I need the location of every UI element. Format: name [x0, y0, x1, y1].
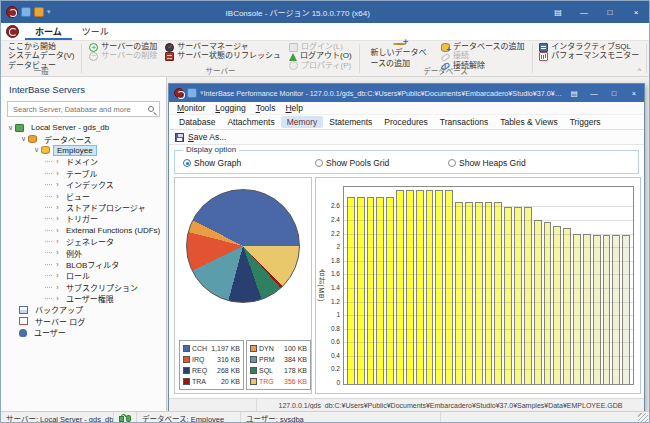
save-as-button[interactable]: Save As...	[188, 132, 226, 142]
legend-label: REQ	[192, 367, 207, 374]
menu-logging[interactable]: Logging	[210, 103, 250, 113]
y-axis-tick-label: 0.8	[318, 325, 340, 332]
legend-label: IRQ	[192, 356, 204, 363]
perfmon-close-button[interactable]: ×	[624, 84, 644, 102]
menu-tools[interactable]: Tools	[251, 103, 281, 113]
perfmon-tab-procedures[interactable]: Procedures	[378, 116, 433, 128]
perfmon-qa-icon[interactable]	[187, 88, 197, 98]
bar	[573, 234, 581, 384]
performance-monitor-button[interactable]: パフォーマンスモニター	[539, 52, 639, 60]
radio-show-graph[interactable]: Show Graph	[183, 158, 241, 168]
minimize-button[interactable]: —	[571, 1, 597, 23]
tree-item-label: データベース	[40, 133, 96, 146]
chevron-right-icon[interactable]: ›	[53, 170, 62, 177]
tree-item[interactable]: サーバー ログ	[1, 316, 166, 327]
chevron-right-icon[interactable]: ›	[53, 261, 62, 268]
main-area: InterBase Servers ∨Local Server - gds_db…	[1, 77, 649, 411]
chevron-down-icon[interactable]: ∨	[32, 146, 41, 154]
quick-access-icon-1[interactable]	[21, 7, 31, 17]
maximize-button[interactable]: □	[597, 1, 623, 23]
tree-connector	[45, 252, 52, 253]
chevron-right-icon[interactable]: ›	[53, 215, 62, 222]
quick-access-icon-2[interactable]	[34, 7, 44, 17]
legend-row-req: REQ268 KB	[183, 365, 240, 376]
radio-show-heaps-grid[interactable]: Show Heaps Grid	[448, 158, 526, 168]
quick-access-toolbar: ▾	[1, 6, 51, 18]
radio-icon[interactable]	[448, 159, 456, 167]
app-logo-icon	[6, 6, 18, 18]
chevron-right-icon[interactable]: ›	[53, 238, 62, 245]
app-menu-button[interactable]	[6, 25, 19, 38]
chevron-right-icon[interactable]: ›	[53, 193, 62, 200]
unlocked-icon	[119, 416, 124, 422]
y-axis-tick-label: 1.2	[318, 298, 340, 305]
chevron-right-icon[interactable]: ›	[53, 181, 62, 188]
perfmon-tab-memory[interactable]: Memory	[281, 116, 324, 128]
chevron-right-icon[interactable]: ›	[53, 249, 62, 256]
search-box[interactable]	[7, 101, 160, 117]
perfmon-tab-triggers[interactable]: Triggers	[564, 116, 607, 128]
radio-icon[interactable]	[315, 159, 323, 167]
logout-button[interactable]: ログアウト(O)	[289, 52, 352, 60]
y-axis-tick-label: 1	[318, 311, 340, 318]
chevron-right-icon[interactable]: ›	[53, 204, 62, 211]
tree-item-label: Employee	[53, 145, 97, 156]
y-axis-tick-label: 2	[318, 243, 340, 250]
menu-monitor[interactable]: Monitor	[172, 103, 210, 113]
y-axis-tick-label: 2.4	[318, 216, 340, 223]
tab-home[interactable]: ホーム	[25, 23, 72, 40]
legend-value: 178 KB	[284, 367, 307, 374]
tree-item[interactable]: ユーザー	[1, 327, 166, 338]
perfmon-tab-statements[interactable]: Statements	[323, 116, 378, 128]
system-data-button[interactable]: システムデータ(V)	[8, 52, 74, 60]
tree-item[interactable]: ›トリガー	[1, 213, 166, 224]
gridline	[344, 261, 633, 262]
radio-show-pools-grid[interactable]: Show Pools Grid	[315, 158, 389, 168]
server-icon	[15, 124, 24, 132]
legend-color-chip	[250, 345, 257, 352]
chevron-right-icon[interactable]: ›	[53, 284, 62, 291]
tree-item-label: トリガー	[62, 212, 102, 225]
chevron-right-icon[interactable]: ›	[53, 272, 62, 279]
gridline	[344, 288, 633, 289]
y-axis-tick-label: 1.6	[318, 270, 340, 277]
perfmon-tab-database[interactable]: Database	[173, 116, 221, 128]
chevron-right-icon[interactable]: ›	[53, 158, 62, 165]
ribbon-collapse-icon[interactable]: ^	[638, 67, 641, 74]
chevron-right-icon[interactable]: ›	[53, 295, 62, 302]
legend-value: 316 KB	[217, 356, 240, 363]
perfmon-ribbon-options-button[interactable]: ▤	[564, 84, 584, 102]
perfmon-minimize-button[interactable]: —	[584, 84, 604, 102]
chevron-down-icon[interactable]: ∨	[6, 124, 15, 132]
perfmon-title: InterBase Performance Monitor - 127.0.0.…	[204, 89, 564, 98]
tree-item-label: Local Server - gds_db	[27, 122, 113, 133]
logout-icon	[289, 53, 297, 61]
close-button[interactable]: ×	[623, 1, 649, 23]
legend-row-irq: IRQ316 KB	[183, 354, 240, 365]
tree-connector	[45, 275, 52, 276]
search-input[interactable]	[13, 105, 148, 114]
menu-help[interactable]: Help	[280, 103, 307, 113]
bar-chart-plot	[343, 186, 634, 385]
perfmon-tab-attachments[interactable]: Attachments	[221, 116, 280, 128]
refresh-server-state-button[interactable]: サーバー状態のリフレッシュ	[165, 52, 281, 60]
add-new-database-button[interactable]: 新しいデータベースの追加	[366, 43, 432, 66]
chevron-down-icon[interactable]: ∨	[19, 135, 28, 143]
tree-item[interactable]: ∨データベース	[1, 133, 166, 144]
tree-connector	[45, 298, 52, 299]
backup-icon	[19, 306, 28, 314]
tree-connector	[45, 184, 52, 185]
perfmon-maximize-button[interactable]: □	[604, 84, 624, 102]
memory-bar-panel: 合計(MB) 00.20.40.60.811.21.41.61.822.22.4…	[315, 177, 641, 394]
gridline	[344, 342, 633, 343]
resize-grip[interactable]	[638, 413, 648, 423]
perfmon-tab-transactions[interactable]: Transactions	[434, 116, 494, 128]
search-icon[interactable]	[148, 106, 154, 112]
memory-pie-chart	[186, 189, 300, 303]
tab-tools[interactable]: ツール	[72, 23, 119, 40]
chevron-right-icon[interactable]: ›	[53, 227, 62, 234]
radio-selected-icon[interactable]	[183, 159, 191, 167]
perfmon-tab-tables-views[interactable]: Tables & Views	[494, 116, 563, 128]
interactive-sql-button[interactable]: インタラクティブSQL	[539, 43, 639, 51]
ribbon-options-button[interactable]: ▤	[545, 1, 571, 23]
